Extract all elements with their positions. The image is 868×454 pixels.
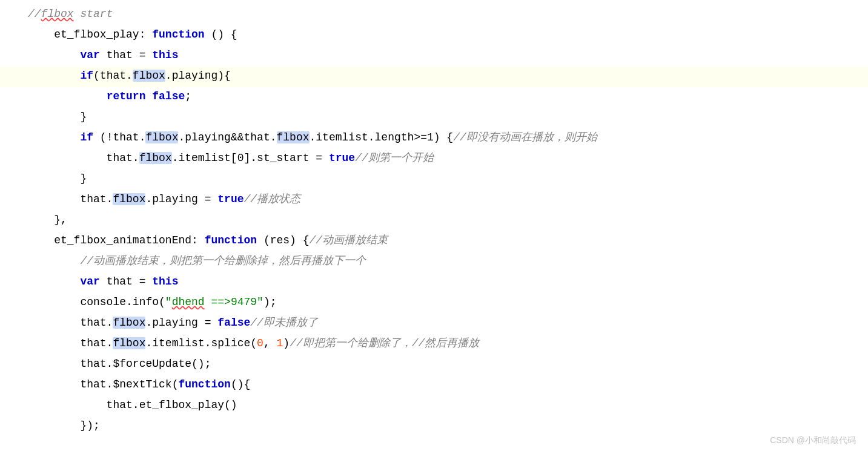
code-line-8: that.flbox.itemlist[0].st_start = true//… (0, 149, 868, 169)
code-editor: //flbox start et_flbox_play: function ()… (0, 0, 868, 454)
watermark: CSDN @小和尚敲代码 (770, 433, 856, 447)
code-line-19: that.$nextTick(function(){ (0, 375, 868, 396)
line-content-20: that.et_flbox_play() (18, 396, 868, 414)
line-content-5: return false; (18, 88, 868, 105)
line-content-2: et_flbox_play: function () { (18, 26, 868, 44)
line-content-17: that.flbox.itemlist.splice(0, 1)//即把第一个给… (18, 335, 868, 352)
line-content-3: var that = this (18, 47, 868, 64)
line-content-13: //动画播放结束，则把第一个给删除掉，然后再播放下一个 (18, 252, 868, 270)
line-content-15: console.info("dhend ==>9479"); (18, 294, 868, 311)
code-line-13: //动画播放结束，则把第一个给删除掉，然后再播放下一个 (0, 252, 868, 272)
code-line-20: that.et_flbox_play() (0, 396, 868, 416)
line-content-14: var that = this (18, 273, 868, 291)
line-content-1: //flbox start (18, 5, 868, 23)
line-content-18: that.$forceUpdate(); (18, 355, 868, 373)
line-content-8: that.flbox.itemlist[0].st_start = true//… (18, 150, 868, 167)
line-content-21: }); (18, 417, 868, 435)
line-content-11: }, (18, 211, 868, 229)
code-line-3: var that = this (0, 46, 868, 67)
code-line-4: if(that.flbox.playing){ (0, 67, 868, 87)
line-content-19: that.$nextTick(function(){ (18, 376, 868, 393)
code-line-7: if (!that.flbox.playing&&that.flbox.item… (0, 128, 868, 149)
code-line-18: that.$forceUpdate(); (0, 355, 868, 375)
code-line-21: }); (0, 416, 868, 437)
code-line-2: et_flbox_play: function () { (0, 25, 868, 46)
line-content-16: that.flbox.playing = false//即未播放了 (18, 314, 868, 332)
code-line-15: console.info("dhend ==>9479"); (0, 293, 868, 314)
line-content-9: } (18, 170, 868, 188)
code-line-17: that.flbox.itemlist.splice(0, 1)//即把第一个给… (0, 334, 868, 355)
code-line-5: return false; (0, 87, 868, 108)
code-line-6: } (0, 108, 868, 128)
line-content-12: et_flbox_animationEnd: function (res) {/… (18, 232, 868, 249)
code-line-14: var that = this (0, 272, 868, 293)
code-line-9: } (0, 169, 868, 190)
token-comment: //flbox start (28, 8, 113, 20)
line-content-10: that.flbox.playing = true//播放状态 (18, 191, 868, 208)
line-content-4: if(that.flbox.playing){ (18, 67, 868, 85)
code-line-16: that.flbox.playing = false//即未播放了 (0, 314, 868, 334)
code-line-12: et_flbox_animationEnd: function (res) {/… (0, 231, 868, 252)
code-line-11: }, (0, 211, 868, 231)
code-line-1: //flbox start (0, 5, 868, 25)
line-content-6: } (18, 108, 868, 126)
code-line-10: that.flbox.playing = true//播放状态 (0, 190, 868, 211)
line-content-7: if (!that.flbox.playing&&that.flbox.item… (18, 129, 868, 146)
